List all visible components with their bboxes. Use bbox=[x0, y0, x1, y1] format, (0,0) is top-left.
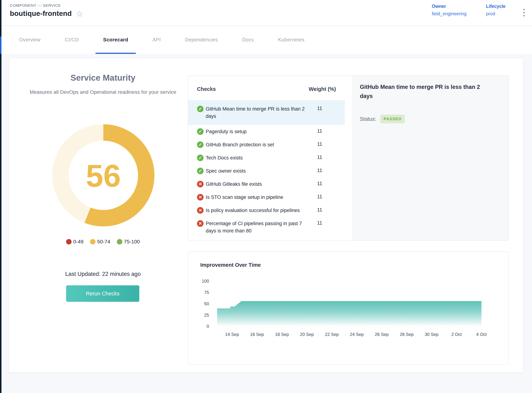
check-weight: 11 bbox=[317, 106, 322, 111]
legend-item-75-100: 75-100 bbox=[117, 239, 140, 245]
sidebar-scroll-indicator bbox=[0, 36, 1, 54]
check-label: Spec owner exists bbox=[206, 167, 310, 175]
check-weight: 11 bbox=[317, 220, 322, 226]
check-passed-icon: ✓ bbox=[197, 106, 204, 112]
check-detail-title: GitHub Mean time to merge PR is less tha… bbox=[360, 83, 488, 101]
check-label: GitHub Gitleaks file exists bbox=[206, 181, 310, 188]
legend-label: 75-100 bbox=[124, 239, 140, 245]
tab-docs[interactable]: Docs bbox=[242, 26, 254, 54]
x-axis-ticks: 14 Sep16 Sep18 Sep20 Sep22 Sep24 Sep26 S… bbox=[225, 332, 487, 337]
improvement-chart-card: 0255075100 14 Sep16 Sep18 Sep20 Sep22 Se… bbox=[188, 251, 509, 365]
tab-dependencies[interactable]: Dependencies bbox=[185, 26, 218, 54]
scorecard-subtitle: Measures all DevOps and Operational read… bbox=[21, 88, 185, 96]
check-row[interactable]: ✓Tech Docs exists11 bbox=[188, 151, 345, 164]
check-label: Is policy evaluation successful for pipe… bbox=[206, 207, 310, 214]
lifecycle-block: Lifecycle prod bbox=[486, 4, 506, 16]
check-failed-icon: ✕ bbox=[197, 220, 204, 227]
check-status-row: Status: PASSED bbox=[360, 115, 405, 123]
x-tick-label: 20 Sep bbox=[300, 332, 314, 337]
x-tick-label: 28 Sep bbox=[400, 332, 414, 337]
check-row[interactable]: ✕Is policy evaluation successful for pip… bbox=[188, 204, 345, 217]
check-passed-icon: ✓ bbox=[197, 141, 204, 148]
legend-item-50-74: 50-74 bbox=[90, 239, 110, 245]
improvement-area-chart: 0255075100 14 Sep16 Sep18 Sep20 Sep22 Se… bbox=[188, 252, 508, 364]
status-badge: PASSED bbox=[380, 115, 405, 123]
check-label: Tech Docs exists bbox=[206, 154, 310, 162]
rerun-checks-button[interactable]: Rerun Checks bbox=[66, 285, 139, 302]
weight-column-header: Weight (%) bbox=[305, 86, 336, 92]
score-value: 56 bbox=[86, 158, 121, 193]
x-tick-label: 26 Sep bbox=[375, 332, 389, 337]
check-failed-icon: ✕ bbox=[197, 181, 204, 187]
x-tick-label: 18 Sep bbox=[275, 332, 289, 337]
check-weight: 11 bbox=[317, 194, 322, 200]
check-passed-icon: ✓ bbox=[197, 168, 204, 174]
legend-label: 50-74 bbox=[97, 239, 110, 245]
check-row[interactable]: ✕GitHub Gitleaks file exists11 bbox=[188, 177, 345, 191]
x-tick-label: 16 Sep bbox=[250, 332, 264, 337]
tab-scorecard[interactable]: Scorecard bbox=[103, 26, 128, 54]
check-label: Percentage of CI pipelines passing in pa… bbox=[206, 220, 310, 235]
app-window: COMPONENT — SERVICE boutique-frontend ☆ … bbox=[0, 0, 532, 393]
content-area: Service Maturity Measures all DevOps and… bbox=[1, 54, 532, 393]
x-tick-label: 4 Oct bbox=[476, 332, 487, 337]
owner-label: Owner bbox=[432, 4, 467, 9]
check-weight: 11 bbox=[317, 168, 322, 173]
tab-ci-cd[interactable]: CI/CD bbox=[65, 26, 79, 54]
legend-dot bbox=[66, 239, 72, 245]
favorite-star-icon[interactable]: ☆ bbox=[76, 10, 83, 18]
check-weight: 11 bbox=[317, 128, 322, 134]
tab-kubernetes[interactable]: Kubernetes bbox=[278, 26, 304, 54]
lifecycle-label: Lifecycle bbox=[486, 4, 506, 9]
x-tick-label: 24 Sep bbox=[350, 332, 364, 337]
owner-link[interactable]: field_engineering bbox=[432, 11, 467, 16]
y-tick-label: 25 bbox=[204, 313, 209, 317]
score-donut-chart: 56 bbox=[52, 124, 154, 226]
x-tick-label: 2 Oct bbox=[451, 332, 462, 337]
legend-dot bbox=[117, 239, 122, 245]
improvement-chart-title: Improvement Over Time bbox=[200, 262, 261, 268]
entity-tabs: OverviewCI/CDScorecardAPIDependenciesDoc… bbox=[1, 26, 532, 54]
y-tick-label: 50 bbox=[204, 301, 209, 306]
checks-panel: Checks Weight (%) ✓GitHub Mean time to m… bbox=[188, 76, 509, 241]
check-weight: 11 bbox=[317, 141, 322, 147]
scorecard-title: Service Maturity bbox=[13, 73, 193, 83]
lifecycle-value: prod bbox=[486, 11, 506, 16]
x-tick-label: 14 Sep bbox=[225, 332, 239, 337]
check-row[interactable]: ✓Spec owner exists11 bbox=[188, 164, 345, 177]
check-label: GitHub Branch protection is set bbox=[206, 141, 310, 148]
page-title: boutique-frontend bbox=[10, 10, 72, 18]
check-row[interactable]: ✓Pagerduty is setup11 bbox=[188, 125, 345, 138]
check-row[interactable]: ✓GitHub Mean time to merge PR is less th… bbox=[188, 100, 345, 125]
check-weight: 11 bbox=[317, 207, 322, 213]
check-detail-panel: GitHub Mean time to merge PR is less tha… bbox=[352, 76, 508, 240]
check-passed-icon: ✓ bbox=[197, 155, 204, 161]
legend-label: 0-49 bbox=[73, 239, 84, 245]
tab-overview[interactable]: Overview bbox=[19, 26, 40, 54]
y-tick-label: 75 bbox=[204, 290, 209, 295]
check-failed-icon: ✕ bbox=[197, 207, 204, 214]
kebab-menu-icon[interactable] bbox=[522, 8, 526, 18]
checks-column-header: Checks bbox=[197, 86, 216, 92]
check-passed-icon: ✓ bbox=[197, 128, 204, 135]
legend-dot bbox=[90, 239, 95, 245]
scorecard-card: Service Maturity Measures all DevOps and… bbox=[9, 58, 523, 372]
check-failed-icon: ✕ bbox=[197, 194, 204, 201]
entity-header: COMPONENT — SERVICE boutique-frontend ☆ … bbox=[1, 0, 532, 26]
check-label: Pagerduty is setup bbox=[206, 128, 310, 135]
check-weight: 11 bbox=[317, 181, 322, 187]
breadcrumb[interactable]: COMPONENT — SERVICE bbox=[10, 3, 61, 8]
check-label: Is STO scan stage setup in pipeline bbox=[206, 194, 310, 201]
y-axis-ticks: 0255075100 bbox=[202, 279, 209, 329]
x-tick-label: 22 Sep bbox=[325, 332, 339, 337]
check-row[interactable]: ✓GitHub Branch protection is set11 bbox=[188, 138, 345, 151]
entity-title-row: boutique-frontend ☆ bbox=[10, 9, 83, 18]
check-weight: 11 bbox=[317, 155, 322, 160]
y-tick-label: 100 bbox=[202, 279, 209, 284]
checks-list: ✓GitHub Mean time to merge PR is less th… bbox=[188, 100, 345, 237]
check-row[interactable]: ✕Percentage of CI pipelines passing in p… bbox=[188, 217, 345, 237]
tab-api[interactable]: API bbox=[152, 26, 161, 54]
collapsed-sidebar-edge bbox=[0, 0, 1, 393]
check-row[interactable]: ✕Is STO scan stage setup in pipeline11 bbox=[188, 191, 345, 204]
legend-item-0-49: 0-49 bbox=[66, 239, 84, 245]
